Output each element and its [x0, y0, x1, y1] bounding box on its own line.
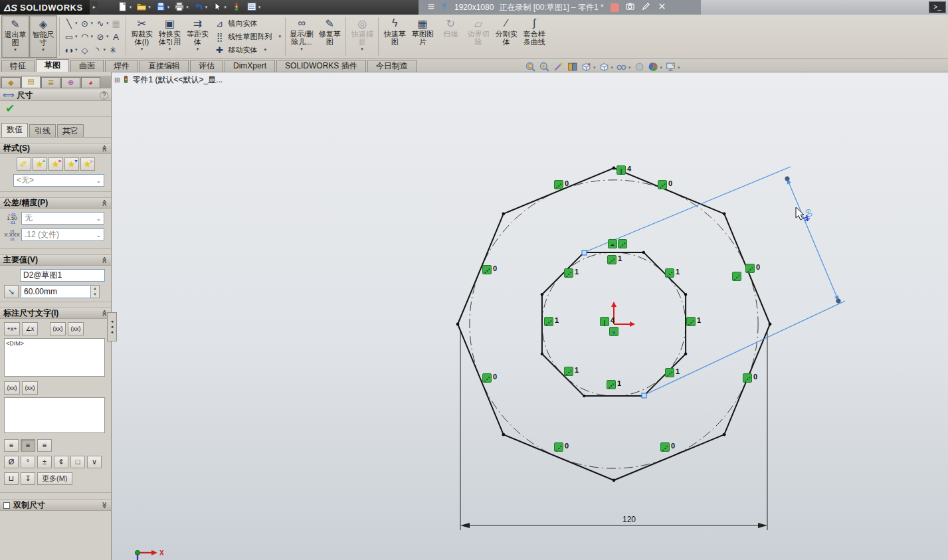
- print-button[interactable]: ▾: [173, 1, 190, 14]
- tab-solidworks-addins[interactable]: SOLIDWORKS 插件: [276, 60, 366, 72]
- add-style-button[interactable]: ★+: [33, 157, 47, 171]
- inspection-button[interactable]: (xx): [68, 322, 84, 335]
- propertymanager-tab[interactable]: ▤: [21, 76, 41, 88]
- spline-tool[interactable]: ∿▾: [94, 17, 110, 30]
- chevron-down-icon[interactable]: ▾: [197, 47, 199, 52]
- inspection-button-2[interactable]: (xx): [22, 381, 38, 395]
- tab-surfaces[interactable]: 曲面: [70, 60, 104, 72]
- tab-sketch[interactable]: 草图: [36, 59, 69, 72]
- collapse-chevron-icon[interactable]: ≪: [100, 199, 108, 206]
- graphics-viewport[interactable]: ⊞ 零件1 (默认<<默认>_显... 12060X ⋰0⋰0⋰0⋰0⋰0⋰0⋰…: [112, 72, 948, 560]
- style-section-header[interactable]: 样式(S) ≪: [0, 143, 111, 154]
- relation-badge-tangent[interactable]: ⋰: [482, 373, 492, 383]
- dimension-value-field[interactable]: [21, 285, 91, 298]
- chevron-down-icon[interactable]: ▾: [628, 65, 631, 70]
- exit-sketch-button[interactable]: ✎退出草 图▾: [1, 15, 29, 58]
- chevron-down-icon[interactable]: ▾: [593, 65, 596, 70]
- style-dropdown[interactable]: <无> ⌄: [13, 174, 104, 187]
- text-tool[interactable]: A: [110, 31, 122, 43]
- dim-anchor-handle[interactable]: [582, 250, 587, 255]
- ellipse-tool[interactable]: ⊘▾: [94, 31, 110, 43]
- options-button[interactable]: ▾: [245, 1, 262, 14]
- chevron-down-icon[interactable]: ▾: [611, 65, 614, 70]
- symbol-button-2[interactable]: ±: [37, 456, 52, 468]
- value-spinner[interactable]: ▲▼: [91, 285, 100, 298]
- primary-value-section-header[interactable]: 主要值(V) ≪: [0, 255, 111, 266]
- relation-badge-tangent[interactable]: ⋰: [564, 367, 573, 376]
- symbol-button2-1[interactable]: ↧: [21, 472, 35, 485]
- vertex-point[interactable]: [684, 353, 687, 355]
- relation-badge-tangent[interactable]: ⋰: [618, 239, 627, 248]
- dimension-text-section-header[interactable]: 标注尺寸文字(I) ≪: [0, 308, 111, 319]
- relation-badge-vertical[interactable]: |: [600, 317, 609, 326]
- tab-today-manufacture[interactable]: 今日制造: [367, 60, 417, 72]
- relation-badge-fix[interactable]: ×: [609, 327, 618, 336]
- slot-tool[interactable]: ◖◗▾: [63, 44, 78, 56]
- chevron-down-icon[interactable]: ▾: [148, 5, 151, 10]
- collapse-chevron-icon[interactable]: ≪: [100, 145, 108, 151]
- chevron-down-icon[interactable]: ▾: [678, 65, 680, 70]
- relation-badge-tangent[interactable]: ⋰: [686, 317, 696, 326]
- circle-tool[interactable]: ⊙▾: [79, 17, 94, 30]
- trim-entities-button[interactable]: ✂剪裁实 体(I)▾: [128, 15, 156, 58]
- tolerance-section-header[interactable]: 公差/精度(P) ≪: [0, 198, 111, 209]
- align-center-button[interactable]: ≡: [21, 439, 35, 452]
- dimension-name-field[interactable]: [20, 269, 105, 282]
- chevron-down-icon[interactable]: ▾: [167, 5, 170, 10]
- relation-badge-tangent[interactable]: ⋰: [554, 442, 563, 452]
- tab-evaluate[interactable]: 评估: [190, 60, 223, 72]
- vertex-point[interactable]: [541, 293, 543, 296]
- repair-sketch-button[interactable]: ✎修复草 图: [316, 15, 343, 58]
- panel-splitter-handle[interactable]: ◂◂◂: [107, 312, 117, 341]
- align-right-button[interactable]: ≡: [37, 439, 52, 452]
- chevron-down-icon[interactable]: ▾: [279, 34, 282, 39]
- relation-badge-tangent[interactable]: ⋰: [554, 180, 563, 189]
- more-button[interactable]: 更多(M): [37, 472, 72, 485]
- dim-handle-point[interactable]: [836, 299, 840, 303]
- relation-badge-tangent[interactable]: ⋰: [665, 368, 674, 377]
- chevron-down-icon[interactable]: ▾: [130, 5, 132, 10]
- chevron-down-icon[interactable]: ▾: [169, 47, 171, 52]
- selected-dim-line[interactable]: [787, 177, 839, 302]
- relation-badge-tangent[interactable]: ⋰: [743, 373, 752, 383]
- chevron-down-icon[interactable]: ▾: [104, 47, 106, 52]
- dim-handle-point[interactable]: [785, 177, 789, 181]
- spinner-up-icon[interactable]: ▲: [91, 286, 99, 292]
- chevron-down-icon[interactable]: ▾: [205, 5, 208, 10]
- relation-badge-tangent[interactable]: ⋰: [482, 265, 492, 274]
- precision-dropdown[interactable]: .12 (文件)⌄: [21, 229, 104, 241]
- line-tool[interactable]: ╲▾: [63, 17, 78, 30]
- configurationmanager-tab[interactable]: ≣: [41, 77, 60, 88]
- chevron-down-icon[interactable]: ▾: [75, 21, 78, 26]
- chevron-down-icon[interactable]: ▾: [91, 34, 94, 39]
- chevron-down-icon[interactable]: ▾: [186, 5, 189, 10]
- vertex-point[interactable]: [642, 251, 645, 254]
- open-document-button[interactable]: ▾: [135, 1, 152, 14]
- polygon-tool[interactable]: ◇: [79, 44, 91, 56]
- relation-badge-tangent[interactable]: ⋰: [564, 268, 573, 278]
- chevron-down-icon[interactable]: ▾: [75, 34, 78, 39]
- save-style-button[interactable]: ★▾: [64, 157, 79, 171]
- parenthesis-button[interactable]: (xx): [50, 322, 66, 335]
- relation-badge-tangent[interactable]: ⋰: [660, 442, 670, 452]
- dimension-text-area-2[interactable]: [4, 397, 105, 433]
- dual-dimension-section[interactable]: 双制尺寸 ≫: [0, 500, 111, 511]
- tab-features[interactable]: 特征: [1, 60, 35, 72]
- display-delete-relations-button[interactable]: ∞显示/删 除几...▾: [288, 15, 316, 58]
- expand-icon[interactable]: ⊞: [114, 76, 120, 84]
- chevron-down-icon[interactable]: ▾: [91, 21, 94, 26]
- rapid-sketch-button[interactable]: ϟ快速草 图: [381, 15, 409, 58]
- relation-badge-tangent[interactable]: ⋰: [745, 264, 755, 273]
- arc-tool[interactable]: ◠▾: [79, 31, 94, 43]
- chevron-down-icon[interactable]: ▾: [106, 34, 109, 39]
- mirror-entities-button[interactable]: ⊿镜向实体: [214, 17, 282, 29]
- vertex-point[interactable]: [502, 212, 505, 215]
- vertex-point[interactable]: [769, 323, 772, 326]
- symbol-button2-0[interactable]: ⊔: [4, 472, 19, 485]
- dimension-text-area[interactable]: <DIM>: [4, 338, 105, 377]
- tab-dimxpert[interactable]: DimXpert: [225, 60, 275, 72]
- vertex-point[interactable]: [583, 395, 585, 397]
- vertex-point[interactable]: [613, 479, 616, 482]
- point-tool[interactable]: ✳: [107, 44, 119, 56]
- vertex-point[interactable]: [723, 433, 726, 436]
